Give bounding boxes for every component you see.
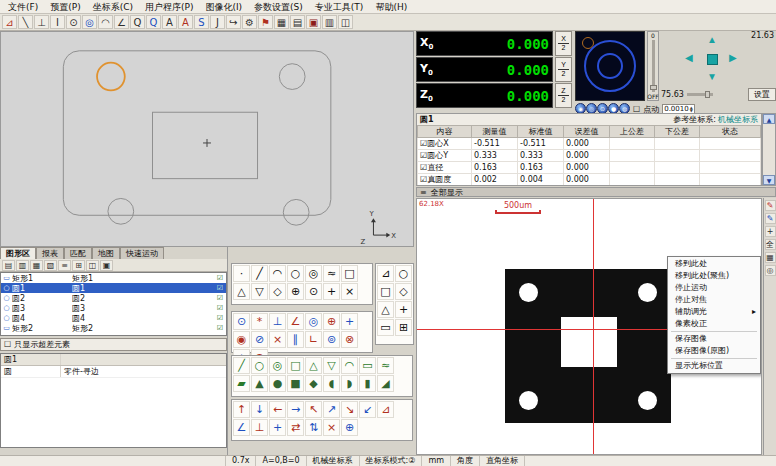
spline-tool-icon[interactable]: S [194, 15, 209, 29]
pal-shape-block[interactable]: ▮ [359, 375, 376, 392]
menu-help[interactable]: 帮助(H) [369, 0, 413, 14]
slider-thumb[interactable] [650, 85, 657, 90]
grid-view-icon[interactable]: ▦ [274, 15, 289, 29]
pal-construct-point[interactable]: ⊙ [233, 313, 250, 330]
layers-icon[interactable]: ▤ [290, 15, 305, 29]
pal-move-up-left[interactable]: ↖ [305, 401, 322, 418]
pal-b-triangle-tool[interactable]: ⊿ [377, 265, 394, 282]
pal-construct-cross-circle[interactable]: ⊗ [341, 331, 358, 348]
pal-triangle-tool[interactable]: △ [233, 283, 250, 300]
camera-view[interactable]: 62.18X 500um 移到此处移到此处(聚焦)停止运动停止对焦辅助调光▸像素… [416, 198, 762, 455]
pal-shape-solid-dot[interactable]: ● [269, 375, 286, 392]
split-list-icon[interactable]: ◫ [86, 260, 99, 271]
pal-construct-concentric[interactable]: ◎ [305, 313, 322, 330]
arc-tool-icon[interactable]: ◠ [98, 15, 113, 29]
pal-coord-swap-y[interactable]: ⇅ [305, 419, 322, 436]
pal-move-down-right[interactable]: ↘ [341, 401, 358, 418]
pal-construct-perpendicular[interactable]: ⊥ [269, 313, 286, 330]
pal-b-plus-tool[interactable]: + [395, 301, 412, 318]
pal-shape-half-right[interactable]: ◗ [341, 375, 358, 392]
pal-construct-corner[interactable]: ∟ [305, 331, 322, 348]
pal-curve-tool[interactable]: ≈ [323, 265, 340, 282]
tab-graphics[interactable]: 图形区 [0, 247, 36, 259]
visibility-checkbox[interactable]: ☑ [214, 314, 226, 322]
cam-lens-button[interactable]: ⊙ [597, 103, 608, 114]
pal-move-left[interactable]: ← [269, 401, 286, 418]
pal-coord-delete[interactable]: × [323, 419, 340, 436]
pal-arc-tool[interactable]: ◠ [269, 265, 286, 282]
pal-shape-arc[interactable]: ◠ [341, 357, 358, 374]
pal-move-right[interactable]: → [287, 401, 304, 418]
pal-shape-solid-diamond[interactable]: ◆ [305, 375, 322, 392]
pal-coord-perpendicular[interactable]: ⊥ [251, 419, 268, 436]
measure-scrollbar[interactable]: ▲ ▼ [762, 113, 776, 186]
cam-grab-button[interactable]: ● [608, 103, 619, 114]
calculator-icon[interactable]: ▥ [322, 15, 337, 29]
add-item-icon[interactable]: ⊞ [72, 260, 85, 271]
pal-circle-dot-tool[interactable]: ⊙ [305, 283, 322, 300]
pal-shape-solid-square[interactable]: ■ [287, 375, 304, 392]
view-details-icon[interactable]: ▥ [16, 260, 29, 271]
light-level-slider[interactable] [687, 93, 713, 96]
pal-b-grid-tool[interactable]: ⊞ [395, 319, 412, 336]
pal-shape-concentric[interactable]: ◎ [269, 357, 286, 374]
slider-track[interactable] [652, 40, 655, 92]
zoom-tool-icon[interactable]: Q [130, 15, 145, 29]
scroll-up-button[interactable]: ▲ [763, 114, 775, 124]
show-all-bar[interactable]: ≡ 全部显示 [416, 187, 776, 197]
selected-circle-1[interactable] [97, 63, 125, 91]
ctx-pixel-calibration[interactable]: 像素校正 [669, 318, 759, 330]
tab-map[interactable]: 地图 [92, 247, 120, 259]
pal-shape-half-left[interactable]: ◖ [323, 375, 340, 392]
part-outline[interactable] [63, 51, 331, 215]
angle-tool-icon[interactable]: ∠ [114, 15, 129, 29]
pal-plus-tool[interactable]: + [323, 283, 340, 300]
pal-line-tool[interactable]: ╱ [251, 265, 268, 282]
pal-construct-exclude[interactable]: ⊘ [251, 331, 268, 348]
program-step-icon[interactable]: ▣ [306, 15, 321, 29]
inner-rectangle[interactable] [153, 112, 258, 178]
pal-diamond-tool[interactable]: ◇ [269, 283, 286, 300]
ctx-save-image[interactable]: 保存图像 [669, 333, 759, 345]
pal-move-down-left[interactable]: ↙ [359, 401, 376, 418]
redo-arrow-icon[interactable]: ↪ [226, 15, 241, 29]
pal-slot-tool[interactable]: ▽ [251, 283, 268, 300]
list-item[interactable]: ○圆2圆2☑ [1, 293, 226, 303]
pal-construct-origin[interactable]: + [341, 313, 358, 330]
visibility-checkbox[interactable]: ☑ [214, 324, 226, 332]
jog-up-button[interactable]: ▲ [707, 35, 717, 45]
cam-settings-button[interactable]: ◍ [619, 103, 630, 114]
ctx-move-here-focus[interactable]: 移到此处(聚焦) [669, 270, 759, 282]
split-view-icon[interactable]: ◫ [338, 15, 353, 29]
pal-b-slot-tool[interactable]: ▭ [377, 319, 394, 336]
ctx-stop-focus[interactable]: 停止对焦 [669, 294, 759, 306]
menu-pro-tools[interactable]: 专业工具(T) [309, 0, 370, 14]
pal-shape-wedge[interactable]: ◢ [377, 375, 394, 392]
list-item[interactable]: ○圆1圆1☑ [1, 283, 226, 293]
settings-button[interactable]: 设置 [748, 88, 776, 101]
cam-aperture-button[interactable]: ◎ [586, 103, 597, 114]
menu-file[interactable]: 文件(F) [2, 0, 44, 14]
circle-4[interactable] [283, 199, 309, 225]
tab-quick-motion[interactable]: 快速运动 [120, 247, 164, 259]
axis-x-half-button[interactable]: X2 [555, 31, 572, 56]
pal-shape-circle[interactable]: ○ [251, 357, 268, 374]
view-small-icon[interactable]: ▧ [44, 260, 57, 271]
auto-annotation-icon[interactable]: A [178, 15, 193, 29]
axis-z-half-button[interactable]: Z2 [555, 83, 572, 108]
table-view-icon[interactable]: ▣ [100, 260, 113, 271]
fit-all-button[interactable]: 全 [765, 239, 776, 250]
pal-circle-plus-tool[interactable]: ⊕ [287, 283, 304, 300]
pal-coord-offset[interactable]: ⊕ [341, 419, 358, 436]
tab-match[interactable]: 匹配 [64, 247, 92, 259]
crosshair-icon[interactable]: + [765, 226, 776, 237]
pal-construct-focus[interactable]: ◉ [233, 331, 250, 348]
perpendicular-tool-icon[interactable]: ⊥ [34, 15, 49, 29]
pal-shape-line[interactable]: ╱ [233, 357, 250, 374]
select-tool-icon[interactable]: ⊿ [2, 15, 17, 29]
scroll-down-button[interactable]: ▼ [763, 175, 775, 185]
text-tool-icon[interactable]: I [50, 15, 65, 29]
jog-left-button[interactable]: ◀ [685, 53, 693, 63]
visibility-checkbox[interactable]: ☑ [214, 284, 226, 292]
pal-shape-vee[interactable]: ▽ [323, 357, 340, 374]
